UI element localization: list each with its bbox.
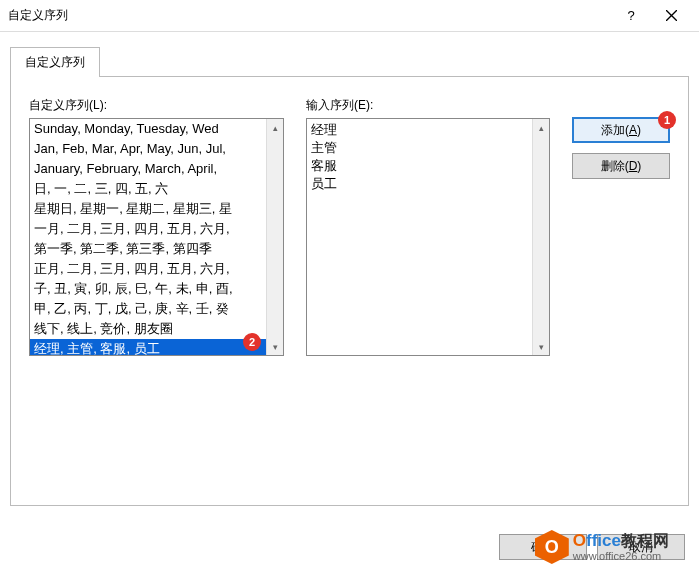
list-item[interactable]: 经理, 主管, 客服, 员工 [30, 339, 266, 355]
list-item[interactable]: January, February, March, April, [30, 159, 266, 179]
list-item[interactable]: Sunday, Monday, Tuesday, Wed [30, 119, 266, 139]
close-icon [666, 10, 677, 21]
add-button-label: 添加(A) [601, 122, 641, 139]
entries-label: 输入序列(E): [306, 97, 550, 114]
titlebar: 自定义序列 ? [0, 0, 699, 32]
list-item[interactable]: 线下, 线上, 竞价, 朋友圈 [30, 319, 266, 339]
list-item[interactable]: 正月, 二月, 三月, 四月, 五月, 六月, [30, 259, 266, 279]
listbox-scrollbar[interactable]: ▴ ▾ [266, 119, 283, 355]
watermark-logo-icon: O [535, 530, 569, 564]
list-item[interactable]: 子, 丑, 寅, 卯, 辰, 巳, 午, 未, 申, 酉, [30, 279, 266, 299]
help-button[interactable]: ? [611, 2, 651, 30]
help-icon: ? [627, 8, 634, 23]
delete-button[interactable]: 删除(D) [572, 153, 670, 179]
scroll-down-icon[interactable]: ▾ [267, 338, 283, 355]
list-item[interactable]: 第一季, 第二季, 第三季, 第四季 [30, 239, 266, 259]
badge-two: 2 [243, 333, 261, 351]
watermark-url: www.office26.com [573, 550, 669, 562]
tab-strip: 自定义序列 [10, 46, 689, 76]
list-item[interactable]: Jan, Feb, Mar, Apr, May, Jun, Jul, [30, 139, 266, 159]
window-title: 自定义序列 [8, 7, 611, 24]
scroll-down-icon[interactable]: ▾ [533, 338, 549, 355]
custom-lists-listbox[interactable]: Sunday, Monday, Tuesday, WedJan, Feb, Ma… [29, 118, 284, 356]
list-item[interactable]: 甲, 乙, 丙, 丁, 戊, 己, 庚, 辛, 壬, 癸 [30, 299, 266, 319]
dialog-content: 自定义序列 自定义序列(L): Sunday, Monday, Tuesday,… [0, 32, 699, 516]
close-button[interactable] [651, 2, 691, 30]
custom-lists-label: 自定义序列(L): [29, 97, 284, 114]
scroll-up-icon[interactable]: ▴ [267, 119, 283, 136]
tab-label: 自定义序列 [25, 55, 85, 69]
add-button[interactable]: 添加(A) 1 [572, 117, 670, 143]
entries-textarea[interactable]: 经理 主管 客服 员工 ▴ ▾ [306, 118, 550, 356]
scroll-up-icon[interactable]: ▴ [533, 119, 549, 136]
tab-custom-lists[interactable]: 自定义序列 [10, 47, 100, 77]
list-item[interactable]: 一月, 二月, 三月, 四月, 五月, 六月, [30, 219, 266, 239]
delete-button-label: 删除(D) [601, 158, 642, 175]
watermark-brand: Office教程网 [573, 532, 669, 551]
entries-scrollbar[interactable]: ▴ ▾ [532, 119, 549, 355]
badge-one: 1 [658, 111, 676, 129]
watermark: O Office教程网 www.office26.com [535, 530, 669, 564]
list-item[interactable]: 日, 一, 二, 三, 四, 五, 六 [30, 179, 266, 199]
list-item[interactable]: 星期日, 星期一, 星期二, 星期三, 星 [30, 199, 266, 219]
tab-body: 自定义序列(L): Sunday, Monday, Tuesday, WedJa… [10, 76, 689, 506]
